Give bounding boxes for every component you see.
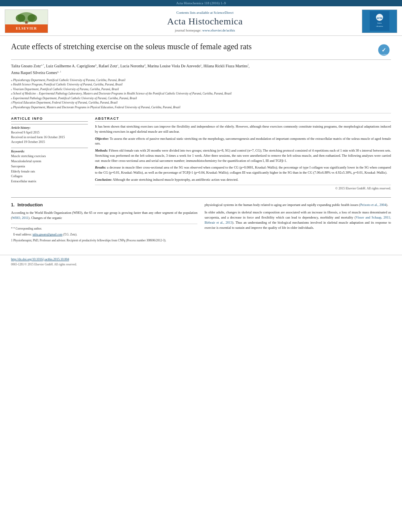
keyword-3: Sarcopenia [11, 164, 88, 169]
author-luiz: Luiz Guilherme A. Capriglioneb, [46, 64, 99, 68]
elsevier-logo-tree [5, 10, 48, 24]
page-wrapper: Acta Histochemica 118 (2016) 1–9 ELSEVIE… [0, 0, 402, 532]
abstract-conclusion: Conclusion: Although the acute stretchin… [95, 177, 391, 182]
conclusion-text: Although the acute stretching induced mu… [113, 178, 238, 182]
results-label: Results: [95, 165, 106, 169]
who-link[interactable]: WHO, 2011 [12, 216, 28, 220]
contents-text: Contents lists available at [177, 11, 213, 15]
svg-text:chemica: chemica [376, 25, 383, 27]
affiliation-d: d School of Medicine – Experimental Path… [11, 92, 391, 96]
author-anna: Anna Raquel Silveira Gomesg, 1 [11, 70, 61, 75]
keywords-box: Keywords: Muscle stretching exercises Mu… [11, 148, 88, 184]
abstract-col: ABSTRACT It has been shown that stretchi… [95, 117, 391, 190]
journal-header: ELSEVIER Contents lists available at Sci… [0, 6, 402, 36]
keyword-6: Extracellular matrix [11, 179, 88, 184]
page-footer: http://dx.doi.org/10.1016/j.acthis.2015.… [0, 255, 402, 269]
intro-body-left: According to the World Health Organizati… [11, 210, 197, 221]
accepted-date: Accepted 19 October 2015 [11, 140, 88, 145]
footnotes-section: * * Corresponding author. E-mail address… [11, 224, 197, 243]
intro-para1: According to the World Health Organizati… [11, 210, 197, 221]
abstract-section: It has been shown that stretching exerci… [95, 124, 391, 190]
svg-text:histo: histo [378, 22, 382, 24]
crossmark-badge[interactable]: ✓ CrossMark [377, 43, 391, 57]
svg-point-3 [28, 14, 37, 22]
keyword-5: Collagen [11, 174, 88, 179]
history-label: Article history: [11, 126, 88, 130]
journal-homepage: journal homepage: www.elsevier.de/acthis [54, 28, 355, 32]
svg-text:acta: acta [377, 16, 382, 20]
article-info-bar: Acta Histochemica 118 (2016) 1–9 [0, 0, 402, 6]
results-text: a decrease in muscle fiber cross-section… [95, 165, 391, 174]
abstract-methods: Methods: Fifteen old female rats with 26… [95, 148, 391, 163]
authors-section: Talita Gnoato Zotza,*, Luiz Guilherme A.… [11, 63, 391, 76]
article-history: Article history: Received 9 April 2015 R… [11, 124, 88, 145]
intro-left: 1. Introduction According to the World H… [11, 202, 197, 244]
svg-point-2 [16, 14, 25, 22]
author-hilana: Hilana Rickli Fiuza Martinsf, [203, 64, 249, 68]
elsevier-logo: ELSEVIER [5, 9, 48, 33]
author-rafael: Rafael Zotzc, [99, 64, 120, 68]
abstract-copyright: © 2015 Elsevier GmbH. All rights reserve… [95, 185, 391, 190]
footnote-1: 1 Physiotherapist, PhD, Professor and ad… [11, 238, 197, 243]
methods-text: Fifteen old female rats with 26 months w… [95, 148, 391, 163]
email-label: E-mail address: [13, 233, 32, 236]
corresponding-author-note: * * Corresponding author. [11, 226, 197, 231]
author-lucia: Lucia Noronhad, [120, 64, 147, 68]
objective-label: Objective: [95, 137, 109, 141]
section-number: 1. [11, 202, 15, 207]
author-marina: Marina Louise Viola De Azevedoe, [147, 64, 203, 68]
sciencedirect-link[interactable]: Contents lists available at ScienceDirec… [54, 11, 355, 15]
received-revised-date: Received in revised form 16 October 2015 [11, 135, 88, 140]
abstract-intro: It has been shown that stretching exerci… [95, 124, 391, 134]
peixoto-link[interactable]: Peixoto et al., 2004 [360, 203, 386, 207]
affiliation-a: a Physiotherapy Department, Pontifical C… [11, 78, 391, 83]
author-talita: Talita Gnoato Zotza,*, [11, 64, 46, 68]
article-info-label: ARTICLE INFO [11, 117, 88, 122]
svg-text:CrossMark: CrossMark [380, 54, 387, 56]
section-heading-intro: 1. Introduction [11, 202, 197, 207]
methods-label: Methods: [95, 148, 108, 152]
abstract-results: Results: a decrease in muscle fiber cros… [95, 165, 391, 175]
keyword-1: Muscle stretching exercises [11, 154, 88, 159]
sciencedirect-anchor[interactable]: ScienceDirect [214, 11, 233, 15]
doi-link[interactable]: http://dx.doi.org/10.1016/j.acthis.2015.… [11, 258, 391, 261]
keyword-2: Musculoskeletal system [11, 159, 88, 164]
abstract-objective: Objective: To assess the acute effects o… [95, 136, 391, 146]
affiliation-b: b Health Science Program, Pontifical Cat… [11, 83, 391, 87]
introduction-section: 1. Introduction According to the World H… [11, 197, 391, 244]
article-title: Acute effects of stretching exercise on … [11, 41, 372, 52]
keyword-4: Elderly female rats [11, 169, 88, 174]
footer-issn: 0065-1281/© 2015 Elsevier GmbH. All righ… [11, 263, 77, 266]
conclusion-label: Conclusion: [95, 178, 112, 182]
affiliation-g: g Physiotherapy Department, Masters and … [11, 106, 391, 110]
visser-link[interactable]: Visser and Schaap, 2011; Birbrair et al.… [205, 215, 391, 224]
intro-para2: physiological systems in the human body … [205, 202, 391, 208]
elsevier-label: ELSEVIER [5, 24, 48, 33]
email-suffix: (T.G. Zotz). [63, 233, 77, 236]
email-footnote: E-mail address: talita.gnoato@gmail.com … [11, 232, 197, 237]
acta-histochemica-logo: acta histo chemica [362, 9, 397, 33]
acta-logo-icon: acta histo chemica [370, 11, 389, 32]
keywords-label: Keywords: [11, 150, 88, 153]
affiliation-e: e Experimental Pathology Department, Pon… [11, 96, 391, 101]
email-link[interactable]: talita.gnoato@gmail.com [32, 233, 62, 236]
intro-body-right: physiological systems in the human body … [205, 202, 391, 231]
section-title: Introduction [17, 202, 43, 207]
journal-title: Acta Histochemica [54, 16, 355, 27]
intro-para3: In older adults, changes in skeletal mus… [205, 210, 391, 231]
abstract-label: ABSTRACT [95, 117, 391, 122]
objective-text: To assess the acute effects of passive m… [95, 137, 391, 146]
homepage-link[interactable]: www.elsevier.de/acthis [202, 28, 235, 32]
article-title-section: Acute effects of stretching exercise on … [11, 41, 391, 60]
svg-text:✓: ✓ [382, 47, 386, 53]
abstract-text: It has been shown that stretching exerci… [95, 124, 391, 182]
intro-right: physiological systems in the human body … [205, 202, 391, 244]
journal-center: Contents lists available at ScienceDirec… [48, 11, 362, 32]
main-content: Acute effects of stretching exercise on … [0, 36, 402, 251]
affiliation-c: c Vivarium Department, Pontifical Cathol… [11, 87, 391, 92]
affiliations: a Physiotherapy Department, Pontifical C… [11, 78, 391, 114]
svg-rect-4 [25, 21, 28, 24]
two-col-section: ARTICLE INFO Article history: Received 9… [11, 117, 391, 190]
article-info-text: Acta Histochemica 118 (2016) 1–9 [176, 1, 226, 5]
affiliation-f: f Physical Education Department, Federal… [11, 101, 391, 105]
